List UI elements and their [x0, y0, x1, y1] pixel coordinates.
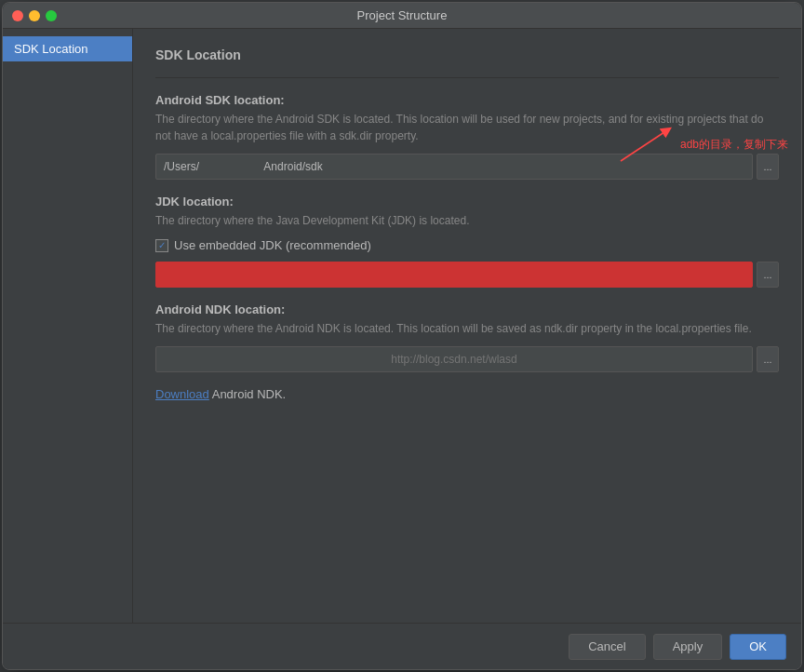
android-ndk-label: Android NDK location: — [155, 302, 779, 316]
android-ndk-desc: The directory where the Android NDK is l… — [155, 320, 779, 337]
android-sdk-label: Android SDK location: — [155, 93, 779, 107]
download-ndk-link[interactable]: Download — [155, 387, 209, 401]
download-ndk-suffix: Android NDK. — [209, 387, 286, 401]
window-title: Project Structure — [357, 8, 448, 22]
android-sdk-input-row: ... adb的目录，复制下来 — [155, 154, 779, 180]
close-button[interactable] — [12, 10, 23, 21]
footer: Cancel Apply OK — [3, 623, 801, 669]
download-ndk-row: Download Android NDK. — [155, 387, 779, 401]
embedded-jdk-label: Use embedded JDK (recommended) — [174, 238, 371, 252]
annotation: adb的目录，复制下来 — [621, 126, 788, 163]
jdk-checkbox-row: Use embedded JDK (recommended) — [155, 238, 779, 252]
minimize-button[interactable] — [29, 10, 40, 21]
maximize-button[interactable] — [46, 10, 57, 21]
android-ndk-browse-button[interactable]: ... — [757, 346, 779, 372]
sidebar-item-sdk-location[interactable]: SDK Location — [3, 36, 132, 61]
jdk-input-row: ... — [155, 262, 779, 288]
content-area: SDK Location Android SDK location: The d… — [133, 29, 801, 623]
arrow-svg — [621, 126, 677, 163]
section-title: SDK Location — [155, 47, 779, 62]
android-ndk-input-row: ... — [155, 346, 779, 372]
embedded-jdk-checkbox[interactable] — [155, 239, 168, 252]
svg-line-0 — [621, 130, 667, 161]
title-bar: Project Structure — [3, 3, 801, 29]
android-ndk-input[interactable] — [155, 346, 753, 372]
jdk-desc: The directory where the Java Development… — [155, 212, 779, 229]
jdk-label: JDK location: — [155, 195, 779, 208]
annotation-text: adb的目录，复制下来 — [680, 137, 788, 153]
main-content: SDK Location SDK Location Android SDK lo… — [3, 29, 801, 623]
sidebar: SDK Location — [3, 29, 133, 623]
apply-button[interactable]: Apply — [653, 634, 723, 660]
project-structure-window: Project Structure SDK Location SDK Locat… — [2, 2, 802, 670]
jdk-input[interactable] — [155, 262, 753, 288]
jdk-browse-button[interactable]: ... — [757, 262, 779, 288]
ok-button[interactable]: OK — [730, 634, 786, 660]
separator — [155, 77, 779, 78]
cancel-button[interactable]: Cancel — [569, 634, 645, 660]
window-controls — [12, 10, 57, 21]
sidebar-item-label: SDK Location — [14, 42, 88, 56]
